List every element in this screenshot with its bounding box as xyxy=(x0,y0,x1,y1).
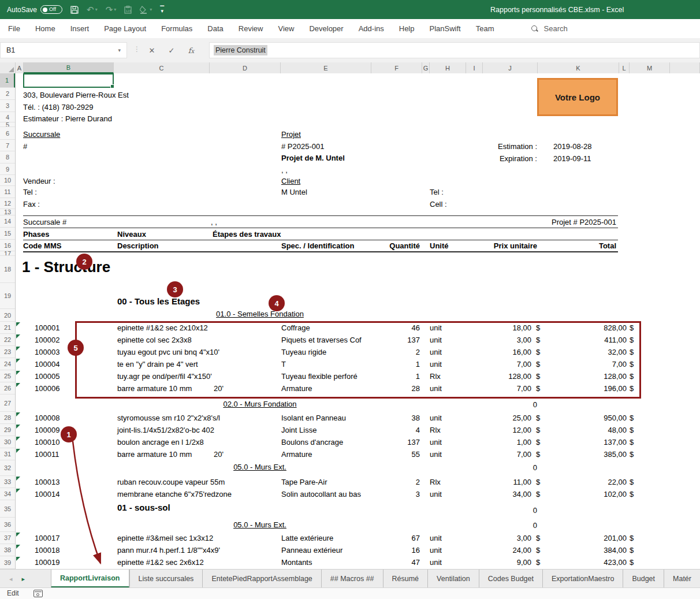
cancel-entry-icon[interactable]: ✕ xyxy=(143,42,161,58)
row-header-6[interactable]: 6 xyxy=(0,127,15,140)
cell-total[interactable]: 102,00 xyxy=(552,488,627,500)
sheet-tab-mat-r[interactable]: Matér xyxy=(664,570,700,588)
cell-estimation-date[interactable]: 2019-08-28 xyxy=(553,142,592,151)
confirm-entry-icon[interactable]: ✓ xyxy=(163,42,180,58)
formula-input[interactable]: Pierre Construit xyxy=(209,42,700,58)
row-header-7[interactable]: 7 xyxy=(0,140,15,151)
ribbon-tab-data[interactable]: Data xyxy=(207,24,223,33)
sheet-tab-liste-succursales[interactable]: Liste succursales xyxy=(129,570,203,588)
cell-spec[interactable]: Joint Lisse xyxy=(281,424,371,436)
cell-report-address[interactable]: , , xyxy=(211,218,217,226)
cell-description[interactable]: barre armature 10 mm xyxy=(117,448,192,460)
subsection-title[interactable]: 01.0 - Semelles Fondation xyxy=(173,310,347,318)
ribbon-tab-planswift[interactable]: PlanSwift xyxy=(430,24,461,33)
header-niveaux[interactable]: Niveaux xyxy=(117,230,146,239)
cell-total[interactable]: 385,00 xyxy=(552,448,627,460)
cell-projet-number[interactable]: # P2025-001 xyxy=(281,142,324,151)
row-header-3[interactable]: 3 xyxy=(0,100,15,112)
cell-company-estimator[interactable]: Estimateur : Pierre Durand xyxy=(23,114,112,123)
cell-unit-price[interactable]: 7,00 xyxy=(456,448,531,460)
cell-client-tel-label[interactable]: Tel : xyxy=(430,188,444,196)
cell-total[interactable]: 137,00 xyxy=(552,436,627,448)
cell-unit-price-currency[interactable]: $ xyxy=(536,532,540,544)
cell-code[interactable]: 100004 xyxy=(35,358,59,370)
redo-icon[interactable]: ↷▾ xyxy=(106,5,117,14)
insert-function-icon[interactable]: fx xyxy=(183,42,200,58)
header-description[interactable]: Description xyxy=(117,241,159,250)
sheet-tab-codes-budget[interactable]: Codes Budget xyxy=(479,570,542,588)
header-code-mms[interactable]: Code MMS xyxy=(23,241,61,250)
cell-code[interactable]: 100001 xyxy=(35,322,59,334)
cell-client-label[interactable]: Client xyxy=(281,177,300,185)
cell-unit-price[interactable]: 11,00 xyxy=(456,476,531,488)
cell-estimation-label[interactable]: Estimation : xyxy=(422,142,537,151)
fill-color-icon[interactable]: ▾ xyxy=(140,6,152,14)
row-header-20[interactable]: 20 xyxy=(0,309,15,322)
cell-unit-price-currency[interactable]: $ xyxy=(536,424,540,436)
row-header-9[interactable]: 9 xyxy=(0,163,15,175)
row-header-13[interactable]: 13 xyxy=(0,209,15,215)
cell-vendeur-label[interactable]: Vendeur : xyxy=(23,177,55,185)
sheet-tab-entetepiedrapportassemblage[interactable]: EntetePiedRapportAssemblage xyxy=(202,570,321,588)
cell-phase-title[interactable]: 1 - Structure xyxy=(22,258,110,276)
cell-code[interactable]: 100011 xyxy=(35,448,59,460)
cell-company-address[interactable]: 303, Boulevard Pierre-Roux Est xyxy=(23,91,129,99)
sheet-grid[interactable]: 1234567891011121314151617181920212223242… xyxy=(0,73,700,569)
cell-description[interactable]: epinette #3&meil sec 1x3x12 xyxy=(117,532,213,544)
cell-code[interactable]: 100014 xyxy=(35,488,59,500)
cell-code[interactable]: 100017 xyxy=(35,532,59,544)
cell-quantity[interactable]: 137 xyxy=(371,436,420,448)
cell-total-currency[interactable]: $ xyxy=(630,476,634,488)
row-header-19[interactable]: 19 xyxy=(0,283,15,309)
subsection-title[interactable]: 05.0 - Murs Ext. xyxy=(173,463,347,471)
sheet-tab-exportationmaestro[interactable]: ExportationMaestro xyxy=(542,570,623,588)
ribbon-tab-team[interactable]: Team xyxy=(476,24,494,33)
ribbon-tab-insert[interactable]: Insert xyxy=(70,24,90,33)
name-box-dropdown-icon[interactable]: ▾ xyxy=(118,47,121,53)
cell-unit-price[interactable]: 34,00 xyxy=(456,488,531,500)
cell-unit-price[interactable]: 3,00 xyxy=(456,532,531,544)
cell-total[interactable]: 950,00 xyxy=(552,412,627,424)
header-quantite[interactable]: Quantité xyxy=(362,241,420,250)
cell-total-currency[interactable]: $ xyxy=(630,436,634,448)
subsection-title[interactable]: 02.0 - Murs Fondation xyxy=(173,400,347,408)
undo-icon[interactable]: ↶▾ xyxy=(87,5,98,14)
column-header-K[interactable]: K xyxy=(538,62,619,73)
cell-total-currency[interactable]: $ xyxy=(630,412,634,424)
column-header-A[interactable]: A xyxy=(16,62,24,73)
column-header-M[interactable]: M xyxy=(630,62,670,73)
customize-quick-access-icon[interactable]: ▔▾ xyxy=(160,8,164,12)
cell-spec[interactable]: Armature xyxy=(281,448,371,460)
cell-unit-price-currency[interactable]: $ xyxy=(536,556,540,568)
cell-unit[interactable]: unit xyxy=(430,544,442,556)
paste-number-format-icon[interactable]: 123 xyxy=(124,6,132,14)
sheet-tab-budget[interactable]: Budget xyxy=(623,570,664,588)
cell-description[interactable]: ruban recouv.coupe vapeur 55m xyxy=(117,476,225,488)
cell-unit-price[interactable]: 25,00 xyxy=(456,412,531,424)
cell-unit[interactable]: unit xyxy=(430,556,442,568)
ribbon-tab-review[interactable]: Review xyxy=(239,24,263,33)
header-spec[interactable]: Spec. / Identification xyxy=(281,241,354,250)
row-header-8[interactable]: 8 xyxy=(0,151,15,163)
cell-total-currency[interactable]: $ xyxy=(630,488,634,500)
header-etapes[interactable]: Étapes des travaux xyxy=(213,230,281,239)
ribbon-tab-view[interactable]: View xyxy=(278,24,294,33)
cell-unit-price-currency[interactable]: $ xyxy=(536,448,540,460)
cell-spec[interactable]: Montants xyxy=(281,556,371,568)
column-header-G[interactable]: G xyxy=(422,62,430,73)
column-header-E[interactable]: E xyxy=(281,62,371,73)
cell-expiration-date[interactable]: 2019-09-11 xyxy=(553,154,591,163)
cell-code[interactable]: 100002 xyxy=(35,334,59,346)
cell-unit-price-currency[interactable]: $ xyxy=(536,544,540,556)
cell-unit[interactable]: Rlx xyxy=(430,476,441,488)
sheet-nav-left-icon[interactable]: ◂ xyxy=(9,576,13,582)
logo-placeholder[interactable]: Votre Logo xyxy=(537,78,618,116)
cell-unit-price[interactable]: 9,00 xyxy=(456,556,531,568)
cell-total-currency[interactable]: $ xyxy=(630,556,634,568)
level-title[interactable]: 00 - Tous les Etages xyxy=(117,296,200,306)
cell-spec[interactable]: Solin autocollant au bas xyxy=(281,488,371,500)
select-all-button[interactable] xyxy=(0,62,16,73)
row-header-4[interactable]: 4 xyxy=(0,112,15,122)
record-macro-icon[interactable] xyxy=(33,590,43,597)
cell-spec[interactable]: Tape Pare-Air xyxy=(281,476,371,488)
